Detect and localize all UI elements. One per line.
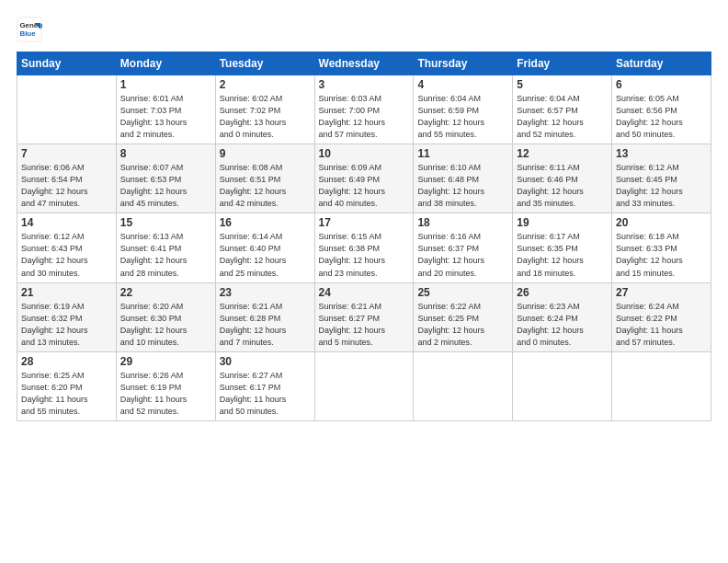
day-detail: Sunrise: 6:12 AM Sunset: 6:43 PM Dayligh…	[21, 231, 112, 279]
calendar-cell	[17, 75, 117, 144]
day-detail: Sunrise: 6:17 AM Sunset: 6:35 PM Dayligh…	[517, 231, 608, 279]
day-detail: Sunrise: 6:01 AM Sunset: 7:03 PM Dayligh…	[120, 93, 211, 141]
day-detail: Sunrise: 6:24 AM Sunset: 6:22 PM Dayligh…	[616, 301, 707, 349]
day-number: 23	[220, 286, 311, 299]
day-detail: Sunrise: 6:27 AM Sunset: 6:17 PM Dayligh…	[220, 370, 311, 418]
day-detail: Sunrise: 6:10 AM Sunset: 6:48 PM Dayligh…	[417, 162, 508, 210]
day-number: 9	[220, 147, 311, 160]
day-number: 6	[616, 78, 707, 91]
weekday-header-wednesday: Wednesday	[314, 52, 414, 75]
logo: General Blue	[17, 17, 46, 42]
day-detail: Sunrise: 6:06 AM Sunset: 6:54 PM Dayligh…	[21, 162, 112, 210]
calendar-cell	[314, 351, 414, 420]
weekday-header-row: SundayMondayTuesdayWednesdayThursdayFrid…	[17, 52, 711, 75]
day-number: 28	[21, 355, 112, 368]
day-detail: Sunrise: 6:12 AM Sunset: 6:45 PM Dayligh…	[616, 162, 707, 210]
calendar-cell: 21Sunrise: 6:19 AM Sunset: 6:32 PM Dayli…	[17, 282, 117, 351]
calendar-cell	[612, 351, 711, 420]
day-number: 10	[319, 147, 410, 160]
day-number: 4	[417, 78, 508, 91]
day-number: 8	[120, 147, 211, 160]
day-number: 27	[616, 286, 707, 299]
day-number: 3	[319, 78, 410, 91]
week-row-4: 28Sunrise: 6:25 AM Sunset: 6:20 PM Dayli…	[17, 351, 711, 420]
day-number: 24	[319, 286, 410, 299]
day-detail: Sunrise: 6:08 AM Sunset: 6:51 PM Dayligh…	[220, 162, 311, 210]
day-detail: Sunrise: 6:07 AM Sunset: 6:53 PM Dayligh…	[120, 162, 211, 210]
calendar-cell: 30Sunrise: 6:27 AM Sunset: 6:17 PM Dayli…	[215, 351, 314, 420]
day-detail: Sunrise: 6:16 AM Sunset: 6:37 PM Dayligh…	[417, 231, 508, 279]
calendar-cell: 22Sunrise: 6:20 AM Sunset: 6:30 PM Dayli…	[116, 282, 215, 351]
calendar-cell: 4Sunrise: 6:04 AM Sunset: 6:59 PM Daylig…	[414, 75, 513, 144]
calendar-cell: 27Sunrise: 6:24 AM Sunset: 6:22 PM Dayli…	[612, 282, 711, 351]
calendar-cell: 5Sunrise: 6:04 AM Sunset: 6:57 PM Daylig…	[513, 75, 612, 144]
calendar-cell: 23Sunrise: 6:21 AM Sunset: 6:28 PM Dayli…	[215, 282, 314, 351]
day-detail: Sunrise: 6:21 AM Sunset: 6:28 PM Dayligh…	[220, 301, 311, 349]
day-number: 22	[120, 286, 211, 299]
day-detail: Sunrise: 6:22 AM Sunset: 6:25 PM Dayligh…	[417, 301, 508, 349]
day-number: 1	[120, 78, 211, 91]
calendar-cell: 2Sunrise: 6:02 AM Sunset: 7:02 PM Daylig…	[215, 75, 314, 144]
weekday-header-thursday: Thursday	[414, 52, 513, 75]
day-detail: Sunrise: 6:02 AM Sunset: 7:02 PM Dayligh…	[220, 93, 311, 141]
day-number: 17	[319, 216, 410, 229]
calendar-cell: 12Sunrise: 6:11 AM Sunset: 6:46 PM Dayli…	[513, 144, 612, 213]
logo-icon: General Blue	[17, 17, 42, 42]
calendar-cell: 16Sunrise: 6:14 AM Sunset: 6:40 PM Dayli…	[215, 213, 314, 282]
week-row-0: 1Sunrise: 6:01 AM Sunset: 7:03 PM Daylig…	[17, 75, 711, 144]
day-number: 30	[220, 355, 311, 368]
calendar-cell: 25Sunrise: 6:22 AM Sunset: 6:25 PM Dayli…	[414, 282, 513, 351]
day-number: 18	[417, 216, 508, 229]
week-row-1: 7Sunrise: 6:06 AM Sunset: 6:54 PM Daylig…	[17, 144, 711, 213]
calendar-cell: 9Sunrise: 6:08 AM Sunset: 6:51 PM Daylig…	[215, 144, 314, 213]
day-detail: Sunrise: 6:26 AM Sunset: 6:19 PM Dayligh…	[120, 370, 211, 418]
day-number: 5	[517, 78, 608, 91]
day-detail: Sunrise: 6:19 AM Sunset: 6:32 PM Dayligh…	[21, 301, 112, 349]
day-detail: Sunrise: 6:23 AM Sunset: 6:24 PM Dayligh…	[517, 301, 608, 349]
day-detail: Sunrise: 6:03 AM Sunset: 7:00 PM Dayligh…	[319, 93, 410, 141]
day-number: 13	[616, 147, 707, 160]
calendar-cell: 19Sunrise: 6:17 AM Sunset: 6:35 PM Dayli…	[513, 213, 612, 282]
weekday-header-friday: Friday	[513, 52, 612, 75]
calendar-cell: 1Sunrise: 6:01 AM Sunset: 7:03 PM Daylig…	[116, 75, 215, 144]
calendar-cell: 10Sunrise: 6:09 AM Sunset: 6:49 PM Dayli…	[314, 144, 414, 213]
calendar-cell: 14Sunrise: 6:12 AM Sunset: 6:43 PM Dayli…	[17, 213, 117, 282]
day-detail: Sunrise: 6:20 AM Sunset: 6:30 PM Dayligh…	[120, 301, 211, 349]
day-number: 12	[517, 147, 608, 160]
day-number: 20	[616, 216, 707, 229]
day-detail: Sunrise: 6:04 AM Sunset: 6:57 PM Dayligh…	[517, 93, 608, 141]
page: General Blue SundayMondayTuesdayWednesda…	[0, 0, 728, 563]
calendar-cell: 29Sunrise: 6:26 AM Sunset: 6:19 PM Dayli…	[116, 351, 215, 420]
calendar-cell	[414, 351, 513, 420]
calendar-cell: 18Sunrise: 6:16 AM Sunset: 6:37 PM Dayli…	[414, 213, 513, 282]
day-number: 16	[220, 216, 311, 229]
calendar-cell: 7Sunrise: 6:06 AM Sunset: 6:54 PM Daylig…	[17, 144, 117, 213]
day-detail: Sunrise: 6:09 AM Sunset: 6:49 PM Dayligh…	[319, 162, 410, 210]
day-number: 26	[517, 286, 608, 299]
calendar-cell: 26Sunrise: 6:23 AM Sunset: 6:24 PM Dayli…	[513, 282, 612, 351]
day-number: 15	[120, 216, 211, 229]
day-detail: Sunrise: 6:15 AM Sunset: 6:38 PM Dayligh…	[319, 231, 410, 279]
weekday-header-tuesday: Tuesday	[215, 52, 314, 75]
day-detail: Sunrise: 6:05 AM Sunset: 6:56 PM Dayligh…	[616, 93, 707, 141]
calendar-cell: 11Sunrise: 6:10 AM Sunset: 6:48 PM Dayli…	[414, 144, 513, 213]
day-number: 2	[220, 78, 311, 91]
week-row-2: 14Sunrise: 6:12 AM Sunset: 6:43 PM Dayli…	[17, 213, 711, 282]
calendar-cell: 8Sunrise: 6:07 AM Sunset: 6:53 PM Daylig…	[116, 144, 215, 213]
day-number: 14	[21, 216, 112, 229]
calendar: SundayMondayTuesdayWednesdayThursdayFrid…	[17, 52, 711, 421]
weekday-header-sunday: Sunday	[17, 52, 117, 75]
calendar-cell: 6Sunrise: 6:05 AM Sunset: 6:56 PM Daylig…	[612, 75, 711, 144]
svg-text:Blue: Blue	[20, 29, 37, 38]
day-number: 29	[120, 355, 211, 368]
day-number: 25	[417, 286, 508, 299]
calendar-cell: 17Sunrise: 6:15 AM Sunset: 6:38 PM Dayli…	[314, 213, 414, 282]
calendar-cell: 13Sunrise: 6:12 AM Sunset: 6:45 PM Dayli…	[612, 144, 711, 213]
calendar-cell: 20Sunrise: 6:18 AM Sunset: 6:33 PM Dayli…	[612, 213, 711, 282]
day-number: 7	[21, 147, 112, 160]
day-detail: Sunrise: 6:18 AM Sunset: 6:33 PM Dayligh…	[616, 231, 707, 279]
day-number: 21	[21, 286, 112, 299]
calendar-cell: 3Sunrise: 6:03 AM Sunset: 7:00 PM Daylig…	[314, 75, 414, 144]
calendar-cell: 24Sunrise: 6:21 AM Sunset: 6:27 PM Dayli…	[314, 282, 414, 351]
day-detail: Sunrise: 6:25 AM Sunset: 6:20 PM Dayligh…	[21, 370, 112, 418]
